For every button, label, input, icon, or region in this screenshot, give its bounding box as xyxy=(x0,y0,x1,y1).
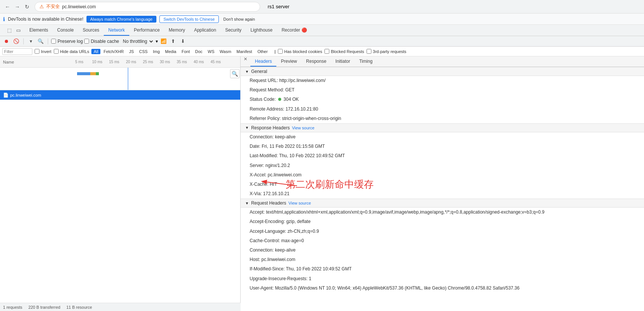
tab-application[interactable]: Application xyxy=(189,25,221,36)
tab-initiator[interactable]: Initiator xyxy=(331,56,355,67)
rh-server-val: nginx/1.20.2 xyxy=(265,163,290,168)
req-host-val: pc.linweiwei.com xyxy=(261,257,295,262)
blocked-requests-checkbox[interactable] xyxy=(324,49,329,54)
tab-lighthouse[interactable]: Lighthouse xyxy=(246,25,277,36)
export-button[interactable]: ⬇ xyxy=(179,37,187,46)
request-url-value: http://pc.linweiwei.com/ xyxy=(279,78,326,83)
url-text: pc.linweiwei.com xyxy=(62,4,96,9)
tab-memory[interactable]: Memory xyxy=(164,25,189,36)
tab-preview[interactable]: Preview xyxy=(276,56,302,67)
close-detail-button[interactable]: ✕ xyxy=(241,56,250,67)
rh-date-val: Fri, 11 Feb 2022 01:15:58 GMT xyxy=(262,144,325,149)
view-source-link-2[interactable]: View source xyxy=(288,201,311,205)
view-source-link[interactable]: View source xyxy=(292,126,315,130)
req-language-key: Accept-Language: xyxy=(250,229,286,234)
forward-button[interactable]: → xyxy=(14,3,21,11)
preserve-log-label[interactable]: Preserve log xyxy=(51,39,83,44)
clear-button[interactable]: 🚫 xyxy=(12,37,20,46)
search-button[interactable]: 🔍 xyxy=(36,37,45,46)
tab-performance[interactable]: Performance xyxy=(129,25,164,36)
response-header-connection: Connection: keep-alive xyxy=(241,132,644,142)
preserve-log-checkbox[interactable] xyxy=(51,39,56,44)
filter-tag-js[interactable]: JS xyxy=(127,49,136,54)
rh-xvia-key: X-Via: xyxy=(250,191,262,196)
req-accept-key: Accept: xyxy=(250,209,265,215)
request-header-host: Host: pc.linweiwei.com xyxy=(241,255,644,264)
network-toolbar: ⏺ 🚫 ▾ 🔍 Preserve log Disable cache No th… xyxy=(0,36,644,47)
switch-devtools-button[interactable]: Switch DevTools to Chinese xyxy=(159,15,219,23)
tick-10ms: 10 ms xyxy=(92,60,109,64)
status-bar: 1 requests 220 B transferred 11 B resour… xyxy=(0,303,241,311)
tab-console[interactable]: Console xyxy=(53,25,78,36)
always-match-button[interactable]: Always match Chrome's language xyxy=(86,16,156,23)
timeline-ticks: 5 ms 10 ms 15 ms 20 ms 25 ms 30 ms 35 ms… xyxy=(75,60,240,64)
tab-security[interactable]: Security xyxy=(221,25,246,36)
request-details: ✕ Headers Preview Response Initiator Tim… xyxy=(241,56,644,311)
filter-tag-img[interactable]: Img xyxy=(151,49,162,54)
invert-label[interactable]: Invert xyxy=(35,49,52,54)
filter-tag-fetchxhr[interactable]: Fetch/XHR xyxy=(101,49,126,54)
tick-25ms: 25 ms xyxy=(143,60,160,64)
detail-content: ▼ General Request URL: http://pc.linweiw… xyxy=(241,67,644,311)
filter-button[interactable]: ▾ xyxy=(27,37,35,46)
hide-data-urls-label[interactable]: Hide data URLs xyxy=(54,49,89,54)
device-toolbar-button[interactable]: ▭ xyxy=(14,26,23,35)
tab-timing[interactable]: Timing xyxy=(355,56,377,67)
address-bar[interactable]: ⚠ 不安全 pc.linweiwei.com xyxy=(35,2,260,12)
filter-tag-all[interactable]: All xyxy=(91,49,100,54)
tab-network[interactable]: Network xyxy=(104,25,129,36)
search-icon[interactable]: 🔍 xyxy=(232,71,238,77)
third-party-requests-checkbox[interactable] xyxy=(367,49,371,54)
blocked-requests-label[interactable]: Blocked Requests xyxy=(324,49,364,54)
has-blocked-cookies-label[interactable]: Has blocked cookies xyxy=(278,49,322,54)
has-blocked-cookies-checkbox[interactable] xyxy=(278,49,283,54)
tab-headers[interactable]: Headers xyxy=(250,56,276,67)
triangle-icon-3: ▼ xyxy=(245,201,249,205)
disable-cache-label[interactable]: Disable cache xyxy=(84,39,119,44)
tab-recorder[interactable]: Recorder 🔴 xyxy=(277,25,312,36)
filter-tag-manifest[interactable]: Manifest xyxy=(234,49,255,54)
resources-size: 11 B resource xyxy=(66,305,92,309)
filter-tag-doc[interactable]: Doc xyxy=(193,49,205,54)
request-url-row: Request URL: http://pc.linweiwei.com/ xyxy=(241,76,644,85)
filter-input[interactable] xyxy=(2,48,32,55)
record-button[interactable]: ⏺ xyxy=(2,37,11,46)
separator-2 xyxy=(48,38,48,44)
hide-data-urls-checkbox[interactable] xyxy=(54,49,59,54)
third-party-requests-label[interactable]: 3rd-party requests xyxy=(367,49,406,54)
filter-tag-ws[interactable]: WS xyxy=(206,49,217,54)
tab-response[interactable]: Response xyxy=(302,56,331,67)
table-row[interactable]: 📄 pc.linweiwei.com xyxy=(0,90,240,100)
request-method-row: Request Method: GET xyxy=(241,85,644,95)
filter-tag-wasm[interactable]: Wasm xyxy=(217,49,233,54)
filter-tag-css[interactable]: CSS xyxy=(137,49,150,54)
timeline-bar-green xyxy=(96,72,99,75)
back-button[interactable]: ← xyxy=(4,3,11,11)
reload-button[interactable]: ↻ xyxy=(23,3,31,11)
invert-checkbox[interactable] xyxy=(35,49,39,54)
tick-20ms: 20 ms xyxy=(126,60,143,64)
filter-tag-other[interactable]: Other xyxy=(255,49,270,54)
response-headers-section-header: ▼ Response Headers View source xyxy=(241,123,644,132)
request-url-key: Request URL: xyxy=(250,78,278,83)
tick-30ms: 30 ms xyxy=(160,60,177,64)
req-upgrade-key: Upgrade-Insecure-Requests: xyxy=(250,276,308,281)
filter-tag-font[interactable]: Font xyxy=(179,49,192,54)
inspect-element-button[interactable]: ⬚ xyxy=(5,26,14,35)
tab-sources[interactable]: Sources xyxy=(78,25,104,36)
req-ifmod-key: If-Modified-Since: xyxy=(250,266,285,272)
rh-date-key: Date: xyxy=(250,144,261,149)
throttle-select[interactable]: No throttling xyxy=(121,38,154,44)
tab-elements[interactable]: Elements xyxy=(25,25,53,36)
remote-address-row: Remote Address: 172.16.10.21:80 xyxy=(241,105,644,114)
network-conditions-button[interactable]: 📶 xyxy=(159,37,168,46)
requests-count: 1 requests xyxy=(3,305,22,309)
annotation-text: 第二次刷新命中缓存 xyxy=(286,177,374,193)
disable-cache-checkbox[interactable] xyxy=(84,39,89,44)
req-host-key: Host: xyxy=(250,257,260,262)
filter-tag-media[interactable]: Media xyxy=(163,49,179,54)
import-button[interactable]: ⬆ xyxy=(169,37,177,46)
dont-show-link[interactable]: Don't show again xyxy=(223,17,255,21)
devtools-notification: ℹ DevTools is now available in Chinese! … xyxy=(0,14,644,25)
req-ua-key: User-Agent: xyxy=(250,285,274,291)
